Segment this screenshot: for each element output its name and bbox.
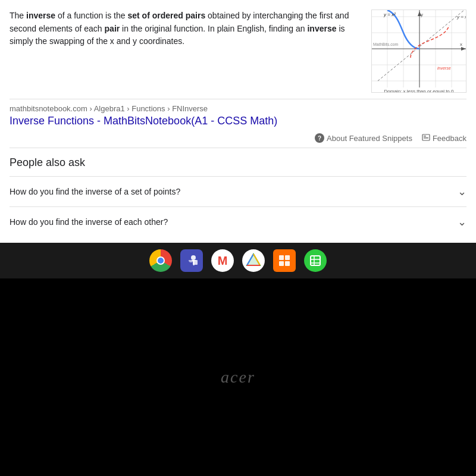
main-content: The inverse of a function is the set of …: [0, 0, 476, 243]
result-title-link[interactable]: Inverse Functions - MathBitsNotebook(A1 …: [10, 115, 466, 127]
orange-app-icon[interactable]: [273, 249, 296, 272]
divider-1: [10, 99, 466, 99]
svg-rect-24: [424, 137, 428, 139]
svg-rect-35: [279, 261, 284, 266]
graph-svg: y = x² y x y = x MathBits.com inverse: [372, 10, 466, 87]
feedback-icon: [422, 134, 430, 142]
paa-section: People also ask How do you find the inve…: [10, 148, 466, 237]
bold-pair: pair: [105, 24, 120, 33]
svg-rect-37: [311, 256, 320, 265]
svg-marker-29: [247, 254, 260, 265]
text-part1: The: [10, 11, 26, 20]
bold-inverse1: inverse: [26, 11, 55, 20]
svg-rect-27: [193, 260, 198, 265]
about-snippets-label: About Featured Snippets: [327, 134, 412, 143]
chrome-icon[interactable]: [149, 249, 172, 272]
gmail-icon[interactable]: M: [211, 249, 234, 272]
screen: The inverse of a function is the set of …: [0, 0, 476, 476]
bold-set: set of ordered pairs: [127, 11, 205, 20]
drive-icon[interactable]: [242, 249, 265, 272]
acer-logo: acer: [221, 368, 255, 387]
domain-text: Domain: x less than or equal to 0: [372, 87, 466, 93]
paa-title: People also ask: [10, 156, 466, 169]
svg-text:y = x: y = x: [456, 14, 466, 20]
bold-inverse2: inverse: [307, 24, 336, 33]
paa-question-2: How do you find the inverse of each othe…: [10, 217, 168, 227]
green-app-icon[interactable]: [304, 249, 327, 272]
bottom-area: acer: [0, 278, 476, 476]
teams-icon[interactable]: T: [180, 249, 203, 272]
paa-question-1: How do you find the inverse of a set of …: [10, 187, 180, 196]
about-snippets-button[interactable]: ? About Featured Snippets: [315, 133, 412, 143]
snippet-text: The inverse of a function is the set of …: [10, 10, 364, 48]
gmail-letter: M: [218, 254, 228, 268]
info-icon: ?: [315, 133, 324, 143]
feedback-button[interactable]: Feedback: [422, 134, 466, 143]
svg-text:y: y: [421, 12, 423, 17]
svg-rect-33: [279, 255, 284, 260]
feedback-label: Feedback: [433, 134, 466, 143]
featured-snippet: The inverse of a function is the set of …: [10, 10, 466, 93]
snippet-image: y = x² y x y = x MathBits.com inverse Do…: [371, 10, 466, 93]
svg-rect-34: [285, 255, 290, 260]
svg-text:MathBits.com: MathBits.com: [373, 42, 399, 46]
chrome-inner-circle: [156, 256, 165, 265]
svg-text:x: x: [460, 42, 462, 47]
source-breadcrumb: mathbitsnotebook.com › Algebra1 › Functi…: [10, 104, 466, 113]
paa-item-2[interactable]: How do you find the inverse of each othe…: [10, 206, 466, 237]
svg-rect-23: [424, 136, 426, 137]
svg-text:inverse: inverse: [437, 66, 451, 70]
feedback-row: ? About Featured Snippets Feedback: [10, 133, 466, 148]
text-part4: in the original function. In plain Engli…: [120, 24, 307, 33]
svg-text:y = x²: y = x²: [383, 12, 396, 17]
text-part2: of a function is the: [55, 11, 127, 20]
svg-rect-36: [285, 261, 290, 266]
chevron-icon-2: ⌄: [458, 215, 466, 228]
paa-item-1[interactable]: How do you find the inverse of a set of …: [10, 176, 466, 206]
graph-area: y = x² y x y = x MathBits.com inverse: [372, 10, 466, 87]
taskbar: T M: [0, 243, 476, 278]
chevron-icon-1: ⌄: [458, 185, 466, 198]
